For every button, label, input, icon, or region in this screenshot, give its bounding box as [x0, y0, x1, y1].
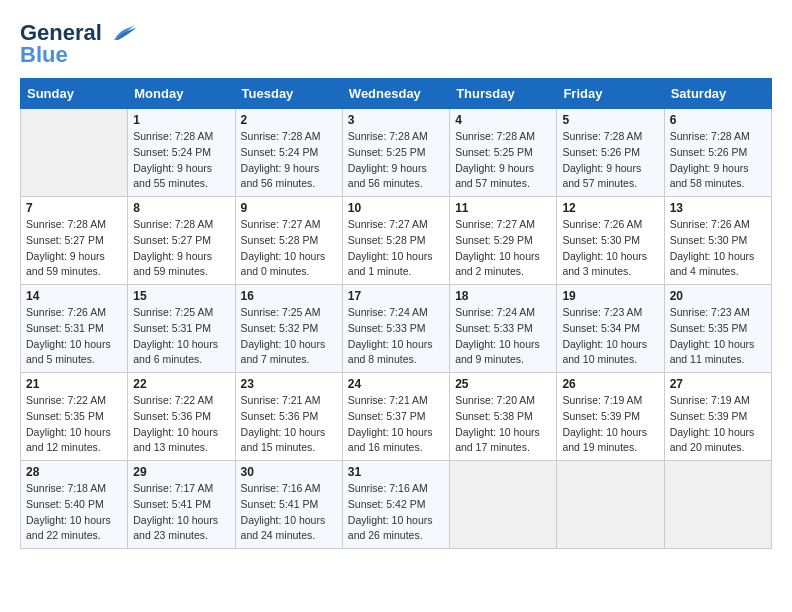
calendar-day-cell: 27Sunrise: 7:19 AMSunset: 5:39 PMDayligh… [664, 373, 771, 461]
day-info: Sunrise: 7:28 AMSunset: 5:26 PMDaylight:… [562, 129, 658, 192]
day-info: Sunrise: 7:24 AMSunset: 5:33 PMDaylight:… [348, 305, 444, 368]
day-info: Sunrise: 7:22 AMSunset: 5:36 PMDaylight:… [133, 393, 229, 456]
calendar-day-cell: 9Sunrise: 7:27 AMSunset: 5:28 PMDaylight… [235, 197, 342, 285]
calendar-day-cell: 6Sunrise: 7:28 AMSunset: 5:26 PMDaylight… [664, 109, 771, 197]
day-info: Sunrise: 7:19 AMSunset: 5:39 PMDaylight:… [670, 393, 766, 456]
calendar-day-cell: 16Sunrise: 7:25 AMSunset: 5:32 PMDayligh… [235, 285, 342, 373]
logo-blue: Blue [20, 42, 68, 68]
day-number: 26 [562, 377, 658, 391]
logo: General Blue [20, 20, 138, 68]
calendar-day-cell: 5Sunrise: 7:28 AMSunset: 5:26 PMDaylight… [557, 109, 664, 197]
day-number: 5 [562, 113, 658, 127]
calendar-header-row: SundayMondayTuesdayWednesdayThursdayFrid… [21, 79, 772, 109]
day-info: Sunrise: 7:22 AMSunset: 5:35 PMDaylight:… [26, 393, 122, 456]
calendar-day-cell [664, 461, 771, 549]
day-of-week-header: Wednesday [342, 79, 449, 109]
day-number: 18 [455, 289, 551, 303]
calendar-week-row: 1Sunrise: 7:28 AMSunset: 5:24 PMDaylight… [21, 109, 772, 197]
day-number: 8 [133, 201, 229, 215]
day-number: 27 [670, 377, 766, 391]
day-info: Sunrise: 7:28 AMSunset: 5:27 PMDaylight:… [133, 217, 229, 280]
day-info: Sunrise: 7:28 AMSunset: 5:27 PMDaylight:… [26, 217, 122, 280]
calendar-table: SundayMondayTuesdayWednesdayThursdayFrid… [20, 78, 772, 549]
day-info: Sunrise: 7:21 AMSunset: 5:37 PMDaylight:… [348, 393, 444, 456]
calendar-week-row: 21Sunrise: 7:22 AMSunset: 5:35 PMDayligh… [21, 373, 772, 461]
day-info: Sunrise: 7:28 AMSunset: 5:26 PMDaylight:… [670, 129, 766, 192]
day-info: Sunrise: 7:26 AMSunset: 5:30 PMDaylight:… [562, 217, 658, 280]
day-info: Sunrise: 7:16 AMSunset: 5:42 PMDaylight:… [348, 481, 444, 544]
calendar-day-cell: 25Sunrise: 7:20 AMSunset: 5:38 PMDayligh… [450, 373, 557, 461]
day-of-week-header: Sunday [21, 79, 128, 109]
calendar-day-cell [21, 109, 128, 197]
calendar-day-cell: 24Sunrise: 7:21 AMSunset: 5:37 PMDayligh… [342, 373, 449, 461]
day-info: Sunrise: 7:25 AMSunset: 5:31 PMDaylight:… [133, 305, 229, 368]
day-number: 21 [26, 377, 122, 391]
calendar-week-row: 7Sunrise: 7:28 AMSunset: 5:27 PMDaylight… [21, 197, 772, 285]
calendar-day-cell: 21Sunrise: 7:22 AMSunset: 5:35 PMDayligh… [21, 373, 128, 461]
page-header: General Blue [20, 20, 772, 68]
day-number: 2 [241, 113, 337, 127]
calendar-day-cell: 7Sunrise: 7:28 AMSunset: 5:27 PMDaylight… [21, 197, 128, 285]
day-number: 19 [562, 289, 658, 303]
day-number: 20 [670, 289, 766, 303]
day-number: 23 [241, 377, 337, 391]
calendar-day-cell: 26Sunrise: 7:19 AMSunset: 5:39 PMDayligh… [557, 373, 664, 461]
day-number: 15 [133, 289, 229, 303]
day-of-week-header: Friday [557, 79, 664, 109]
calendar-day-cell: 28Sunrise: 7:18 AMSunset: 5:40 PMDayligh… [21, 461, 128, 549]
calendar-day-cell: 3Sunrise: 7:28 AMSunset: 5:25 PMDaylight… [342, 109, 449, 197]
calendar-day-cell: 17Sunrise: 7:24 AMSunset: 5:33 PMDayligh… [342, 285, 449, 373]
day-info: Sunrise: 7:19 AMSunset: 5:39 PMDaylight:… [562, 393, 658, 456]
calendar-day-cell: 31Sunrise: 7:16 AMSunset: 5:42 PMDayligh… [342, 461, 449, 549]
calendar-day-cell: 10Sunrise: 7:27 AMSunset: 5:28 PMDayligh… [342, 197, 449, 285]
day-of-week-header: Thursday [450, 79, 557, 109]
calendar-week-row: 14Sunrise: 7:26 AMSunset: 5:31 PMDayligh… [21, 285, 772, 373]
day-number: 13 [670, 201, 766, 215]
day-number: 9 [241, 201, 337, 215]
calendar-day-cell: 30Sunrise: 7:16 AMSunset: 5:41 PMDayligh… [235, 461, 342, 549]
day-info: Sunrise: 7:18 AMSunset: 5:40 PMDaylight:… [26, 481, 122, 544]
day-number: 28 [26, 465, 122, 479]
day-number: 30 [241, 465, 337, 479]
day-of-week-header: Saturday [664, 79, 771, 109]
calendar-day-cell: 1Sunrise: 7:28 AMSunset: 5:24 PMDaylight… [128, 109, 235, 197]
day-info: Sunrise: 7:26 AMSunset: 5:30 PMDaylight:… [670, 217, 766, 280]
day-number: 31 [348, 465, 444, 479]
day-number: 14 [26, 289, 122, 303]
day-info: Sunrise: 7:16 AMSunset: 5:41 PMDaylight:… [241, 481, 337, 544]
calendar-day-cell [450, 461, 557, 549]
calendar-day-cell: 19Sunrise: 7:23 AMSunset: 5:34 PMDayligh… [557, 285, 664, 373]
day-info: Sunrise: 7:28 AMSunset: 5:25 PMDaylight:… [455, 129, 551, 192]
day-info: Sunrise: 7:23 AMSunset: 5:35 PMDaylight:… [670, 305, 766, 368]
day-info: Sunrise: 7:20 AMSunset: 5:38 PMDaylight:… [455, 393, 551, 456]
day-info: Sunrise: 7:17 AMSunset: 5:41 PMDaylight:… [133, 481, 229, 544]
logo-bird-icon [106, 22, 138, 44]
calendar-day-cell: 11Sunrise: 7:27 AMSunset: 5:29 PMDayligh… [450, 197, 557, 285]
day-number: 17 [348, 289, 444, 303]
day-info: Sunrise: 7:26 AMSunset: 5:31 PMDaylight:… [26, 305, 122, 368]
day-info: Sunrise: 7:27 AMSunset: 5:29 PMDaylight:… [455, 217, 551, 280]
day-number: 29 [133, 465, 229, 479]
day-number: 16 [241, 289, 337, 303]
day-info: Sunrise: 7:24 AMSunset: 5:33 PMDaylight:… [455, 305, 551, 368]
day-number: 6 [670, 113, 766, 127]
calendar-day-cell: 15Sunrise: 7:25 AMSunset: 5:31 PMDayligh… [128, 285, 235, 373]
day-number: 3 [348, 113, 444, 127]
calendar-day-cell: 8Sunrise: 7:28 AMSunset: 5:27 PMDaylight… [128, 197, 235, 285]
calendar-day-cell: 14Sunrise: 7:26 AMSunset: 5:31 PMDayligh… [21, 285, 128, 373]
day-info: Sunrise: 7:23 AMSunset: 5:34 PMDaylight:… [562, 305, 658, 368]
day-number: 4 [455, 113, 551, 127]
day-info: Sunrise: 7:28 AMSunset: 5:25 PMDaylight:… [348, 129, 444, 192]
day-number: 12 [562, 201, 658, 215]
calendar-day-cell: 29Sunrise: 7:17 AMSunset: 5:41 PMDayligh… [128, 461, 235, 549]
calendar-day-cell: 20Sunrise: 7:23 AMSunset: 5:35 PMDayligh… [664, 285, 771, 373]
calendar-day-cell: 12Sunrise: 7:26 AMSunset: 5:30 PMDayligh… [557, 197, 664, 285]
day-info: Sunrise: 7:28 AMSunset: 5:24 PMDaylight:… [241, 129, 337, 192]
day-info: Sunrise: 7:21 AMSunset: 5:36 PMDaylight:… [241, 393, 337, 456]
day-number: 1 [133, 113, 229, 127]
day-of-week-header: Tuesday [235, 79, 342, 109]
day-number: 25 [455, 377, 551, 391]
day-number: 11 [455, 201, 551, 215]
day-info: Sunrise: 7:27 AMSunset: 5:28 PMDaylight:… [241, 217, 337, 280]
day-number: 22 [133, 377, 229, 391]
